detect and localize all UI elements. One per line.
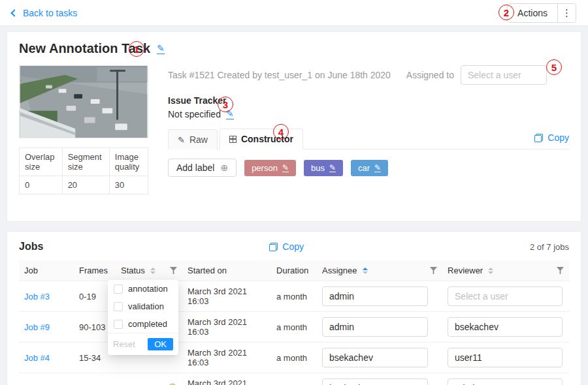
col-reviewer[interactable]: Reviewer: [442, 260, 569, 281]
col-reviewer-label: Reviewer: [448, 266, 483, 275]
kebab-icon: ⋮: [562, 7, 572, 19]
copy-jobs-link[interactable]: Copy: [269, 241, 304, 252]
tab-raw-label: Raw: [189, 134, 208, 145]
assignee-input[interactable]: [322, 317, 428, 337]
checkbox-icon[interactable]: [114, 320, 123, 329]
col-status-label: Status: [121, 266, 145, 275]
jobs-header: Jobs Copy 2 of 7 jobs: [19, 241, 569, 253]
task-meta-row: Task #1521 Created by test_user_1 on Jun…: [168, 65, 569, 85]
job-link[interactable]: Job #9: [24, 322, 50, 332]
more-actions-button[interactable]: ⋮: [557, 4, 576, 22]
pencil-icon: ✎: [178, 135, 185, 145]
actions-button-group: Actions ⋮: [507, 3, 576, 23]
filter-ok-button[interactable]: OK: [148, 338, 173, 350]
col-duration: Duration: [271, 260, 317, 281]
label-chip-car[interactable]: car ✎: [351, 160, 388, 176]
col-assignee-label: Assignee: [322, 266, 357, 275]
jobs-count: 2 of 7 jobs: [530, 242, 569, 252]
checkbox-icon[interactable]: [114, 285, 123, 294]
copy-jobs-label: Copy: [282, 241, 304, 252]
assignee-input[interactable]: [322, 286, 428, 306]
task-meta-text: Task #1521 Created by test_user_1 on Jun…: [168, 70, 391, 80]
filter-option-validation[interactable]: validation: [108, 298, 178, 315]
filter-option-annotation[interactable]: annotation: [108, 280, 178, 298]
block-icon: [229, 136, 237, 143]
status-filter-dropdown: annotation validation completed Reset OK: [108, 280, 178, 355]
task-params-table: Overlap size Segment size Image quality …: [19, 147, 148, 194]
assignee-input[interactable]: [322, 378, 428, 385]
copy-labels-link[interactable]: Copy: [534, 132, 569, 149]
job-link[interactable]: Job #3: [24, 292, 50, 301]
duration-cell: a month: [271, 281, 317, 312]
annotation-circle-5: 5: [546, 59, 562, 75]
add-label-text: Add label: [176, 162, 214, 173]
job-link[interactable]: Job #4: [24, 353, 50, 363]
col-job: Job: [19, 260, 74, 281]
duration-cell: a month: [271, 312, 317, 343]
assigned-to-input[interactable]: [461, 65, 547, 85]
edit-label-icon[interactable]: ✎: [329, 164, 336, 172]
status-sorter[interactable]: [150, 268, 155, 274]
filter-option-label[interactable]: completed: [128, 319, 167, 329]
labels-tabs-bar: ✎ Raw Constructor Copy: [168, 129, 569, 149]
params-value-row: 0 20 30: [20, 176, 148, 194]
label-chip-person[interactable]: person ✎: [244, 160, 296, 176]
col-started: Started on: [182, 260, 271, 281]
assignee-filter-icon[interactable]: [430, 267, 437, 274]
job-row: Job #4 15-34 March 3rd 2021 16:03 a mont…: [19, 343, 569, 373]
edit-title-icon[interactable]: ✎: [157, 44, 165, 54]
started-cell: March 3rd 2021 16:03: [182, 373, 271, 385]
image-quality-value: 30: [109, 176, 148, 194]
job-row: Job #9 90-103 March 3rd 2021 16:03 a mon…: [19, 312, 569, 343]
annotation-circle-2: 2: [498, 5, 514, 20]
filter-reset-button[interactable]: Reset: [113, 339, 135, 349]
duration-cell: a month: [271, 343, 317, 373]
jobs-table: Job Frames Status Started on Duration As: [19, 260, 569, 385]
back-to-tasks-label: Back to tasks: [23, 8, 77, 18]
copy-icon: [269, 243, 278, 251]
add-label-button[interactable]: Add label ⊕: [168, 159, 237, 177]
edit-label-icon[interactable]: ✎: [282, 164, 289, 172]
checkbox-icon[interactable]: [114, 302, 123, 311]
reviewer-input[interactable]: [448, 378, 563, 385]
reviewer-input[interactable]: [448, 286, 563, 306]
page: Back to tasks Actions ⋮ New Annotation T…: [0, 0, 588, 385]
label-chip-car-name: car: [358, 163, 370, 173]
jobs-table-header-row: Job Frames Status Started on Duration As: [19, 260, 569, 281]
filter-option-label[interactable]: validation: [128, 301, 164, 311]
tab-raw[interactable]: ✎ Raw: [168, 129, 218, 149]
duration-cell: a month: [271, 373, 317, 385]
tab-constructor[interactable]: Constructor: [220, 129, 303, 149]
label-chip-person-name: person: [252, 163, 278, 173]
task-title-row: New Annotation Task ✎: [19, 41, 569, 56]
image-quality-header: Image quality: [109, 148, 148, 176]
assigned-to-group: Assigned to: [406, 65, 547, 85]
copy-icon: [534, 134, 543, 142]
job-row: Job #8 75-94 completed ? March 3rd 2021 …: [19, 373, 569, 385]
reviewer-input[interactable]: [448, 348, 563, 367]
task-left-column: Overlap size Segment size Image quality …: [19, 65, 150, 194]
actions-button[interactable]: Actions: [508, 4, 557, 22]
task-right-column: Task #1521 Created by test_user_1 on Jun…: [168, 65, 569, 194]
label-chip-bus[interactable]: bus ✎: [304, 160, 343, 176]
started-cell: March 3rd 2021 16:03: [182, 343, 271, 373]
job-row: Job #3 0-19 March 3rd 2021 16:03 a month: [19, 281, 569, 312]
reviewer-sorter[interactable]: [488, 268, 493, 274]
filter-option-completed[interactable]: completed: [108, 315, 178, 333]
edit-label-icon[interactable]: ✎: [374, 164, 381, 172]
assigned-to-label: Assigned to: [406, 70, 454, 80]
col-assignee[interactable]: Assignee: [317, 260, 442, 281]
filter-option-label[interactable]: annotation: [128, 284, 168, 294]
assignee-input[interactable]: [322, 348, 428, 367]
status-filter-icon[interactable]: [170, 267, 177, 274]
overlap-size-header: Overlap size: [20, 148, 63, 176]
task-preview-image: [19, 65, 148, 138]
back-to-tasks-link[interactable]: Back to tasks: [12, 8, 77, 18]
overlap-size-value: 0: [20, 176, 63, 194]
assignee-sorter[interactable]: [363, 268, 368, 274]
col-status[interactable]: Status: [116, 260, 182, 281]
filter-dropdown-footer: Reset OK: [108, 333, 178, 355]
labels-constructor-area: Add label ⊕ person ✎ bus ✎ car ✎: [168, 149, 569, 186]
reviewer-filter-icon[interactable]: [557, 267, 564, 274]
reviewer-input[interactable]: [448, 317, 563, 337]
